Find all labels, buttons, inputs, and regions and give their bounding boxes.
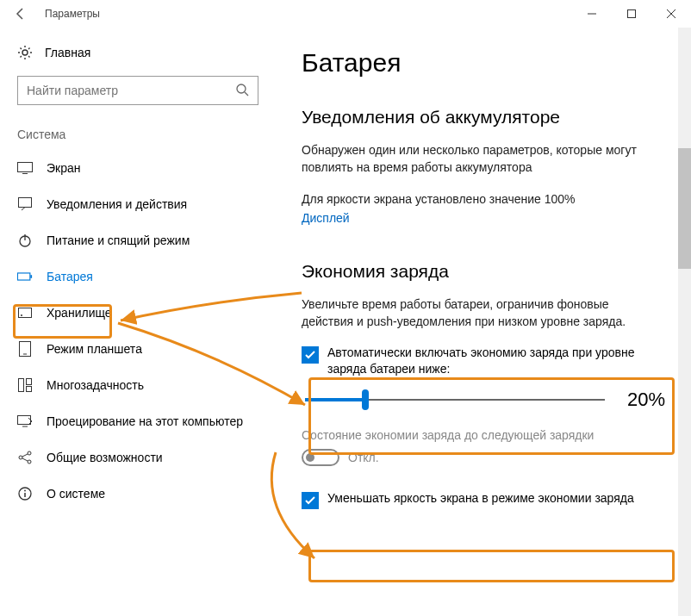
sidebar-item-label: Питание и спящий режим [47,233,190,247]
sidebar: Главная Система Экран Уведомления и дейс… [0,28,276,616]
svg-rect-12 [17,273,29,280]
search-input[interactable] [17,76,258,105]
svg-point-22 [19,456,22,459]
search-icon [235,83,249,99]
svg-point-4 [22,50,28,55]
svg-rect-14 [19,308,32,318]
display-link[interactable]: Дисплей [302,209,663,227]
home-nav[interactable]: Главная [0,36,276,69]
scrollbar-thumb[interactable] [678,148,691,269]
section-notifications-heading: Уведомления об аккумуляторе [302,107,665,128]
sidebar-item-label: Проецирование на этот компьютер [47,414,243,428]
svg-line-25 [22,454,28,457]
sidebar-item-shared[interactable]: Общие возможности [0,439,276,476]
sidebar-item-tablet[interactable]: Режим планшета [0,331,276,367]
sidebar-item-label: Экран [47,161,81,175]
project-icon [17,414,33,429]
info-icon [17,486,33,501]
notifications-icon [17,196,33,212]
svg-point-23 [28,451,31,455]
tablet-icon [17,341,33,357]
gear-icon [17,45,33,60]
maximize-button[interactable] [612,0,651,28]
display-icon [17,160,33,176]
svg-rect-1 [628,10,636,18]
dim-label: Уменьшать яркость экрана в режиме эконом… [327,490,634,507]
svg-line-6 [245,92,248,96]
storage-icon [17,305,33,320]
sidebar-item-power[interactable]: Питание и спящий режим [0,222,276,258]
content-area: Батарея Уведомления об аккумуляторе Обна… [276,28,691,616]
until-next-toggle [302,449,339,466]
notifications-body: Обнаружен один или несколько параметров,… [302,141,663,177]
sidebar-item-multitask[interactable]: Многозадачность [0,367,276,403]
auto-saver-checkbox-row: Автоматически включать экономию заряда п… [302,345,665,378]
close-button[interactable] [651,0,691,28]
svg-point-5 [237,84,246,93]
svg-rect-13 [30,275,32,278]
vertical-scrollbar[interactable] [678,28,691,616]
toggle-state-label: Откл. [348,451,379,464]
sidebar-item-label: Уведомления и действия [47,197,187,211]
sidebar-item-battery[interactable]: Батарея [0,258,276,295]
brightness-status: Для яркости экрана установлено значение … [302,190,663,208]
svg-point-15 [21,314,22,316]
home-label: Главная [45,46,90,59]
svg-point-24 [28,460,31,464]
sidebar-item-label: Хранилище [47,306,112,320]
svg-rect-19 [27,379,32,385]
threshold-slider[interactable] [305,389,605,410]
threshold-slider-row: 20% [305,389,665,411]
page-title: Батарея [302,48,665,78]
section-saver-heading: Экономия заряда [302,261,665,282]
svg-rect-21 [18,416,31,425]
power-icon [17,233,33,248]
sidebar-item-label: О системе [47,487,105,501]
sidebar-item-label: Батарея [47,270,93,283]
shared-icon [17,450,33,465]
saver-desc: Увеличьте время работы батареи, ограничи… [302,296,663,331]
svg-point-29 [24,490,26,492]
sidebar-item-about[interactable]: О системе [0,476,276,512]
dim-checkbox[interactable] [302,492,319,509]
sidebar-item-display[interactable]: Экран [0,150,276,186]
multitask-icon [17,377,33,393]
back-button[interactable] [3,0,38,28]
battery-icon [17,269,33,284]
svg-line-26 [22,458,28,461]
sidebar-item-label: Многозадачность [47,378,144,392]
dim-checkbox-row: Уменьшать яркость экрана в режиме эконом… [302,490,665,509]
sidebar-item-projecting[interactable]: Проецирование на этот компьютер [0,403,276,439]
auto-saver-label: Автоматически включать экономию заряда п… [327,345,655,378]
category-header: Система [0,122,276,150]
window-title: Параметры [45,8,100,20]
search-field[interactable] [27,84,235,97]
svg-rect-18 [19,379,24,392]
threshold-value: 20% [622,389,665,411]
sidebar-item-notifications[interactable]: Уведомления и действия [0,186,276,222]
auto-saver-checkbox[interactable] [302,346,319,364]
svg-rect-9 [19,198,32,208]
sidebar-item-label: Режим планшета [47,342,142,356]
svg-rect-20 [27,387,32,392]
svg-rect-7 [18,163,33,172]
titlebar: Параметры [0,0,691,28]
sidebar-item-storage[interactable]: Хранилище [0,295,276,331]
sidebar-item-label: Общие возможности [47,451,163,464]
until-next-label: Состояние экономии заряда до следующей з… [302,426,663,444]
minimize-button[interactable] [572,0,612,28]
